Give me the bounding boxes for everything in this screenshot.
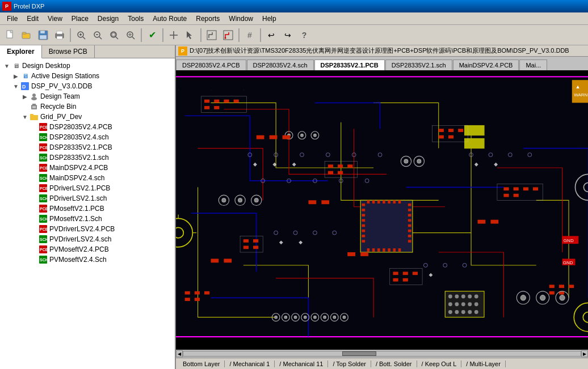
svg-rect-170	[362, 240, 365, 243]
tree-item-dsp28035v24pcb[interactable]: ▶ PCB DSP28035V2.4.PCB	[0, 122, 175, 132]
file-tab-3[interactable]: DSP28335V2.1.sch	[385, 60, 452, 70]
tree-toggle-dsp-pv[interactable]: ▼	[11, 82, 20, 91]
svg-rect-185	[408, 240, 411, 243]
status-layer-0[interactable]: Bottom Layer	[178, 360, 225, 367]
menu-design[interactable]: Design	[93, 14, 123, 24]
svg-marker-24	[187, 31, 192, 39]
tree-item-active-stations[interactable]: ▶ 🖥 Active Design Stations	[0, 71, 175, 81]
tree-item-pvdriverlsv24sch[interactable]: ▶ SCH PVDriverLSV2.4.sch	[0, 234, 175, 244]
pcb-canvas[interactable]: ▲ WARN GND GND	[176, 70, 588, 350]
print-button[interactable]	[52, 27, 68, 43]
toolbar-drc-group: ✔	[144, 27, 160, 43]
tree-item-pvmoseftv24pcb[interactable]: ▶ PCB PVMoseftV2.4.PCB	[0, 244, 175, 255]
svg-text:GND: GND	[564, 238, 574, 243]
tree-item-design-team[interactable]: ▶ Design Team	[0, 91, 175, 101]
path-icon: P	[178, 46, 187, 56]
svg-rect-108	[204, 291, 209, 295]
menu-help[interactable]: Help	[258, 14, 281, 24]
hscroll-track[interactable]	[183, 351, 581, 357]
grid-button[interactable]: #	[242, 27, 258, 43]
toolbar-sep-6	[260, 28, 261, 42]
tree-item-pdriverlsv21sch[interactable]: ▶ SCH PDriverLSV2.1.sch	[0, 193, 175, 203]
menu-view[interactable]: View	[43, 14, 67, 24]
menu-autoroute[interactable]: Auto Route	[148, 14, 191, 24]
toolbar-sep-1	[70, 28, 71, 42]
zoom-fit-button[interactable]	[123, 27, 138, 43]
hscroll-left[interactable]: ◀	[176, 350, 183, 357]
cross-button[interactable]	[166, 27, 182, 43]
tree-item-recycle[interactable]: ▶ Recycle Bin	[0, 101, 175, 112]
status-layer-4[interactable]: / Bott. Solder	[371, 360, 417, 367]
redo-button[interactable]: ↪	[280, 27, 296, 43]
route-button[interactable]	[204, 27, 220, 43]
file-tab-4[interactable]: MainDSPV2.4.PCB	[453, 60, 519, 70]
tree-item-pdriverlsv21pcb[interactable]: ▶ PCB PDriverLSV2.1.PCB	[0, 183, 175, 193]
svg-rect-89	[439, 135, 444, 139]
menu-edit[interactable]: Edit	[22, 14, 43, 24]
app-title: Protel DXP	[14, 3, 44, 10]
file-tab-2[interactable]: DSP28335V2.1.PCB	[314, 60, 385, 70]
undo-button[interactable]: ↩	[263, 27, 279, 43]
path-bar: P D:\[07]技术创新\设计资源\TMS320F28335光伏离网并网逆变器…	[176, 45, 588, 57]
tab-explorer[interactable]: Explorer	[0, 45, 42, 58]
tree-toggle-active[interactable]: ▶	[11, 71, 20, 80]
svg-rect-173	[377, 248, 380, 252]
svg-rect-92	[514, 187, 519, 190]
tree-item-pvdriverlsv24pcb[interactable]: ▶ PCB PVDriverLSV2.4.PCB	[0, 224, 175, 234]
drc-button[interactable]: ✔	[144, 27, 160, 43]
help-button[interactable]: ?	[296, 27, 312, 43]
svg-text:PCB: PCB	[40, 146, 47, 150]
tree-item-pmoseftv21sch[interactable]: ▶ SCH PMoseftV2.1.Sch	[0, 214, 175, 224]
svg-rect-98	[253, 239, 258, 243]
svg-rect-75	[204, 100, 209, 103]
save-button[interactable]	[35, 27, 51, 43]
zoom-out-button[interactable]	[90, 27, 106, 43]
tree-item-pvmoseftv24sch[interactable]: ▶ SCH PVMoseftV2.4.Sch	[0, 255, 175, 265]
pcb-file-icon-6: PCB	[39, 224, 48, 234]
svg-point-127	[254, 198, 258, 202]
interactive-route-button[interactable]	[220, 27, 236, 43]
status-layer-2[interactable]: / Mechanical 11	[275, 360, 328, 367]
file-tab-5[interactable]: Mai...	[519, 60, 547, 70]
tree-item-dsp28335v21sch[interactable]: ▶ SCH DSP28335V2.1.sch	[0, 152, 175, 163]
tree-toggle-team[interactable]: ▶	[20, 92, 30, 101]
status-layer-1[interactable]: / Mechanical 1	[225, 360, 275, 367]
new-button[interactable]	[2, 27, 18, 43]
tree-item-dsp-pv[interactable]: ▼ D DSP_PV_V3.0.DDB	[0, 81, 175, 91]
menu-file[interactable]: File	[2, 14, 22, 24]
tree-item-dsp28035v24sch[interactable]: ▶ SCH DSP28035V2.4.sch	[0, 132, 175, 142]
select-button[interactable]	[182, 27, 198, 43]
zoom-in-button[interactable]	[73, 27, 89, 43]
svg-rect-87	[448, 129, 453, 132]
tree-toggle-desktop[interactable]: ▼	[2, 61, 11, 70]
status-layer-6[interactable]: / Multi-Layer	[461, 360, 506, 367]
svg-rect-76	[214, 100, 219, 103]
zoom-area-button[interactable]	[106, 27, 122, 43]
tree-item-maindspv24sch[interactable]: ▶ SCH MainDSPV2.4.sch	[0, 173, 175, 183]
open-button[interactable]	[19, 27, 35, 43]
pcb-hscroll[interactable]: ◀ ▶	[176, 350, 588, 358]
tree-item-maindspv24pcb[interactable]: ▶ PCB MainDSPV2.4.PCB	[0, 163, 175, 173]
svg-rect-200	[455, 302, 459, 306]
menu-window[interactable]: Window	[224, 14, 258, 24]
tree-item-pmoseftv21pcb[interactable]: ▶ PCB PMoseftV2.1.PCB	[0, 203, 175, 214]
hscroll-thumb[interactable]	[342, 351, 376, 356]
file-tab-0[interactable]: DSP28035V2.4.PCB	[176, 60, 246, 70]
menu-tools[interactable]: Tools	[123, 14, 148, 24]
status-layer-3[interactable]: / Top Solder	[328, 360, 371, 367]
hscroll-right[interactable]: ▶	[581, 350, 588, 357]
svg-rect-201	[461, 302, 465, 306]
svg-line-11	[83, 37, 85, 39]
tab-browse-pcb[interactable]: Browse PCB	[42, 45, 95, 58]
menu-place[interactable]: Place	[67, 14, 93, 24]
tree-toggle-grid-pv[interactable]: ▼	[20, 112, 30, 121]
tree-item-design-desktop[interactable]: ▼ 🖥 Design Desktop	[0, 61, 175, 71]
svg-rect-224	[490, 220, 498, 224]
file-tab-1[interactable]: DSP28035V2.4.sch	[247, 60, 314, 70]
menu-reports[interactable]: Reports	[191, 14, 224, 24]
tree-item-grid-pv[interactable]: ▼ Grid_PV_Dev	[0, 112, 175, 122]
svg-rect-37	[30, 115, 38, 120]
status-layer-5[interactable]: / Keep Out L	[417, 360, 462, 367]
svg-rect-191	[393, 200, 396, 203]
tree-item-dsp28335v21pcb[interactable]: ▶ PCB DSP28335V2.1.PCB	[0, 142, 175, 152]
